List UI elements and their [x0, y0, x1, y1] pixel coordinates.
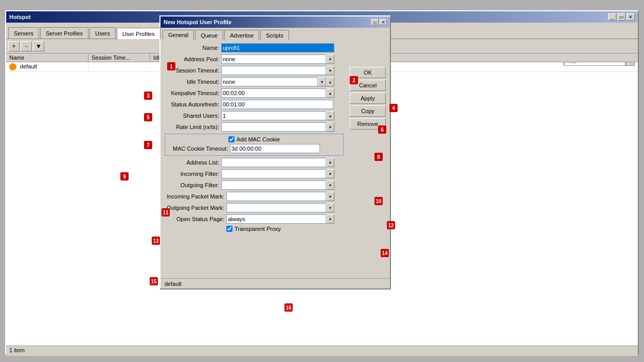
annotation-11: 11	[162, 208, 170, 216]
session-timeout-group: Session Timeout: ▾	[165, 66, 344, 75]
transparent-proxy-group: Transparent Proxy	[226, 226, 344, 232]
status-bar: 1 item	[6, 346, 638, 356]
annotation-5: 5	[144, 113, 152, 121]
remove-button[interactable]: -	[21, 41, 32, 51]
app-minimize-button[interactable]: _	[608, 13, 616, 21]
dialog-restore-button[interactable]: ▭	[371, 19, 379, 25]
address-pool-btn[interactable]: ▾	[326, 55, 334, 64]
dialog-titlebar: New Hotspot User Profile ▭ ✕	[160, 16, 390, 28]
dialog-tab-queue[interactable]: Queue	[195, 30, 223, 40]
incoming-packet-mark-select[interactable]	[226, 192, 326, 201]
name-group: Name:	[165, 43, 344, 52]
outgoing-filter-btn[interactable]: ▾	[326, 180, 334, 190]
annotation-4: 4	[389, 104, 398, 112]
copy-button[interactable]: Copy	[350, 105, 386, 117]
incoming-filter-label: Incoming Filter:	[165, 171, 221, 177]
tab-servers[interactable]: Servers	[8, 27, 39, 39]
annotation-14: 14	[381, 249, 389, 257]
open-status-page-group: Open Status Page: always ▾	[165, 214, 344, 224]
outgoing-filter-select[interactable]	[221, 180, 326, 190]
annotation-9: 9	[120, 172, 129, 180]
address-list-group: Address List: ▾	[165, 158, 344, 167]
outgoing-packet-mark-label: Outgoing Packet Mark:	[165, 205, 226, 211]
dialog-tab-advertise[interactable]: Advertise	[224, 30, 259, 40]
address-list-label: Address List:	[165, 159, 221, 166]
dialog-titlebar-buttons: ▭ ✕	[371, 19, 387, 25]
app-restore-button[interactable]: ▭	[617, 13, 625, 21]
idle-timeout-up-btn[interactable]: ▴	[326, 77, 334, 86]
annotation-2: 2	[350, 76, 358, 84]
app-close-button[interactable]: ✕	[627, 13, 635, 21]
annotation-16: 16	[284, 303, 293, 312]
annotation-8: 8	[374, 153, 383, 161]
rate-limit-input[interactable]	[221, 122, 326, 132]
app-titlebar-buttons: _ ▭ ✕	[608, 13, 635, 21]
address-list-btn[interactable]: ▾	[326, 158, 334, 167]
tab-user-profiles[interactable]: User Profiles	[117, 28, 160, 39]
annotation-7: 7	[144, 141, 152, 149]
outgoing-packet-mark-select[interactable]	[226, 203, 326, 212]
name-input[interactable]	[221, 43, 334, 52]
dialog-tab-general[interactable]: General	[163, 30, 194, 40]
open-status-page-label: Open Status Page:	[165, 216, 226, 222]
open-status-page-btn[interactable]: ▾	[326, 214, 334, 224]
incoming-filter-btn[interactable]: ▾	[326, 169, 334, 178]
session-timeout-btn[interactable]: ▾	[326, 66, 334, 75]
incoming-packet-mark-btn[interactable]: ▾	[326, 192, 334, 201]
address-list-select[interactable]	[221, 158, 326, 167]
row-name: default	[6, 62, 88, 71]
keepalive-timeout-btn[interactable]: ▴	[326, 88, 334, 98]
add-mac-cookie-checkbox[interactable]	[228, 136, 235, 142]
status-autorefresh-input[interactable]	[221, 100, 333, 109]
session-timeout-input[interactable]	[221, 66, 326, 75]
address-pool-group: Address Pool: none ▾	[165, 55, 344, 64]
outgoing-packet-mark-btn[interactable]: ▾	[326, 203, 334, 212]
idle-timeout-select[interactable]: none	[221, 77, 318, 86]
transparent-proxy-checkbox[interactable]	[226, 226, 232, 232]
dialog: New Hotspot User Profile ▭ ✕ General Que…	[159, 15, 391, 289]
incoming-packet-mark-group: Incoming Packet Mark: ▾	[165, 192, 344, 201]
status-autorefresh-label: Status Autorefresh:	[165, 101, 221, 107]
apply-button[interactable]: Apply	[350, 93, 386, 104]
name-label: Name:	[165, 45, 221, 51]
rate-limit-btn[interactable]: ▾	[326, 122, 334, 132]
annotation-13: 13	[152, 237, 160, 245]
annotation-1: 1	[167, 62, 175, 70]
dialog-close-button[interactable]: ✕	[380, 19, 387, 25]
filter-button[interactable]: ▼	[33, 41, 44, 51]
transparent-proxy-label: Transparent Proxy	[235, 226, 281, 232]
dialog-title: New Hotspot User Profile	[164, 19, 231, 25]
app-title: Hotspot	[9, 14, 31, 20]
user-icon	[9, 63, 16, 70]
idle-timeout-group: Idle Timeout: none ▾ ▴	[165, 77, 344, 86]
dialog-tabbar: General Queue Advertise Scripts	[160, 28, 390, 40]
add-button[interactable]: +	[8, 41, 20, 51]
spacer	[165, 234, 344, 275]
address-pool-select[interactable]: none	[221, 55, 326, 64]
tab-server-profiles[interactable]: Server Profiles	[40, 27, 88, 39]
outgoing-filter-label: Outgoing Filter:	[165, 182, 221, 188]
keepalive-timeout-input[interactable]	[221, 88, 326, 98]
outgoing-filter-group: Outgoing Filter: ▾	[165, 180, 344, 190]
annotation-3: 3	[144, 92, 152, 100]
open-status-page-select[interactable]: always	[226, 214, 326, 224]
shared-users-group: Shared Users: ▴	[165, 111, 344, 120]
shared-users-btn[interactable]: ▴	[326, 111, 334, 120]
keepalive-timeout-group: Keepalive Timeout: ▴	[165, 88, 344, 98]
outgoing-packet-mark-group: Outgoing Packet Mark: ▾	[165, 203, 344, 212]
address-pool-label: Address Pool:	[165, 56, 221, 62]
keepalive-timeout-label: Keepalive Timeout:	[165, 90, 221, 96]
col-name: Name	[6, 53, 88, 62]
annotation-6: 6	[378, 125, 386, 134]
shared-users-label: Shared Users:	[165, 113, 221, 119]
shared-users-input[interactable]	[221, 111, 326, 120]
incoming-filter-group: Incoming Filter: ▾	[165, 169, 344, 178]
incoming-filter-select[interactable]	[221, 169, 326, 178]
dialog-tab-scripts[interactable]: Scripts	[260, 30, 289, 40]
idle-timeout-down-btn[interactable]: ▾	[318, 77, 326, 86]
status-autorefresh-group: Status Autorefresh:	[165, 100, 344, 109]
tab-users[interactable]: Users	[90, 27, 116, 39]
mac-cookie-timeout-input[interactable]	[230, 144, 320, 153]
dialog-footer: default	[160, 278, 390, 288]
mac-cookie-timeout-group: MAC Cookie Timeout:	[168, 144, 340, 153]
